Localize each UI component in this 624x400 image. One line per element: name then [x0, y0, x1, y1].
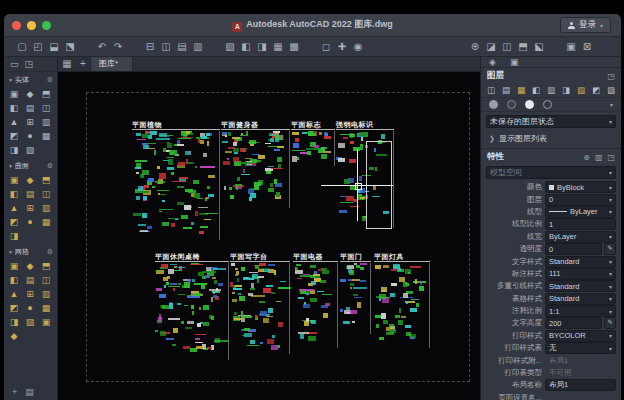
selection-type-dropdown[interactable]: 模型空间 ▾	[486, 166, 616, 179]
palette-tool-icon[interactable]: ▦	[38, 129, 54, 143]
palette-tool-icon[interactable]: ⊞	[22, 287, 38, 301]
palette-tool-icon[interactable]: ◨	[6, 143, 22, 157]
pan-hand-icon[interactable]: ✚	[334, 38, 350, 56]
palette-tool-icon[interactable]: ⬒	[38, 87, 54, 101]
rename-icon[interactable]: ⊠	[579, 38, 595, 56]
palette-tool-icon[interactable]: ⬒	[38, 259, 54, 273]
edit-value-button[interactable]: ✎	[604, 243, 616, 255]
add-palette-icon[interactable]: +	[12, 387, 17, 397]
layer-tool-icon[interactable]: ▤	[502, 85, 510, 95]
redo-icon[interactable]: ↷	[110, 38, 126, 56]
layer-state-dropdown[interactable]: 未保存的图层状态 ▾	[486, 115, 616, 128]
copy-clip-icon[interactable]: ◪	[483, 38, 499, 56]
palette-tool-icon[interactable]: ◨	[6, 229, 22, 243]
quick-select-icon[interactable]: ▥	[595, 153, 603, 162]
xref-manager-icon[interactable]: ▦	[270, 38, 286, 56]
layer-tool-icon[interactable]: ◨	[562, 85, 570, 95]
zoom-window-icon[interactable]: ◻	[318, 38, 334, 56]
palette-section-header[interactable]: ▼实体⚙	[4, 72, 57, 86]
property-value-dropdown[interactable]: Standard▾	[545, 256, 616, 268]
create-block-icon[interactable]: ◨	[254, 38, 270, 56]
gear-icon[interactable]: ⚙	[47, 248, 53, 256]
expand-layers-panel-icon[interactable]: ◳	[607, 72, 615, 81]
save-as-icon[interactable]: ⬔	[62, 38, 78, 56]
property-value-dropdown[interactable]: 111▾	[545, 268, 616, 280]
palette-tool-icon[interactable]: ▣	[38, 315, 54, 329]
minimize-window-button[interactable]	[27, 21, 36, 30]
layer-on-indicator[interactable]	[489, 100, 498, 109]
property-value-dropdown[interactable]: Standard▾	[545, 280, 616, 292]
gear-icon[interactable]: ⚙	[47, 162, 53, 170]
block-group[interactable]: 平面写字台	[230, 252, 290, 354]
property-value-dropdown[interactable]: ByBlock▾	[545, 181, 616, 193]
units-icon[interactable]: ▣	[563, 38, 579, 56]
login-button[interactable]: 登录 ▾	[560, 17, 611, 33]
open-folder-icon[interactable]: ◰	[30, 38, 46, 56]
palette-section-header[interactable]: ▼曲面⚙	[4, 158, 57, 172]
match-properties-icon[interactable]: ⬒	[515, 38, 531, 56]
block-group[interactable]: 平面健身器	[221, 120, 290, 208]
palette-list-icon[interactable]: ▤	[25, 387, 34, 397]
palette-tool-icon[interactable]: ▤	[22, 101, 38, 115]
chevron-down-icon[interactable]: ▾	[610, 101, 613, 108]
layer-tool-icon[interactable]: ◫	[487, 85, 495, 95]
palette-tool-icon[interactable]: ◆	[22, 87, 38, 101]
layer-tool-icon[interactable]: ▥	[547, 85, 555, 95]
print-preview-icon[interactable]: ◫	[158, 38, 174, 56]
palette-tool-icon[interactable]: ▲	[6, 115, 22, 129]
palette-tool-icon[interactable]: ◆	[22, 173, 38, 187]
palette-tool-icon[interactable]: ●	[22, 215, 38, 229]
palette-tool-icon[interactable]: ▣	[6, 173, 22, 187]
expand-panel-icon[interactable]: ◳	[607, 153, 615, 162]
palette-tool-icon[interactable]: ▣	[6, 259, 22, 273]
layer-lock-indicator[interactable]	[543, 100, 552, 109]
new-drawing-tab-button[interactable]: +	[76, 55, 90, 73]
palette-tool-icon[interactable]: ▤	[22, 187, 38, 201]
palette-tool-icon[interactable]: ●	[22, 129, 38, 143]
gear-icon[interactable]: ⚙	[47, 76, 53, 84]
orbit-icon[interactable]: ◉	[350, 38, 366, 56]
palette-tool-icon[interactable]: ⊞	[22, 201, 38, 215]
layer-tool-icon[interactable]: ▦	[517, 85, 525, 95]
property-value-dropdown[interactable]: 无▾	[545, 342, 616, 354]
palette-tool-icon[interactable]: ◧	[6, 101, 22, 115]
palette-tool-icon[interactable]: ◧	[6, 273, 22, 287]
palette-tool-icon[interactable]: ▲	[6, 287, 22, 301]
save-icon[interactable]: ⬓	[46, 38, 62, 56]
palette-tool-icon[interactable]: ◆	[6, 329, 22, 343]
start-tab-grid-icon[interactable]: ▦	[58, 55, 76, 73]
layer-tool-icon[interactable]: ◩	[592, 85, 600, 95]
layer-tool-icon[interactable]: ◧	[532, 85, 540, 95]
attach-reference-icon[interactable]: ▧	[222, 38, 238, 56]
insert-block-icon[interactable]: ◧	[238, 38, 254, 56]
palette-tool-icon[interactable]: ◨	[6, 315, 22, 329]
show-layer-list-toggle[interactable]: ❯ 显示图层列表	[481, 131, 621, 149]
palette-tool-icon[interactable]: ▥	[38, 287, 54, 301]
page-setup-icon[interactable]: ▥	[190, 38, 206, 56]
palette-tool-icon[interactable]: ◆	[22, 259, 38, 273]
undo-icon[interactable]: ↶	[94, 38, 110, 56]
paste-panel-icon[interactable]: ▣	[510, 57, 519, 67]
property-value-dropdown[interactable]: BYCOLOR▾	[545, 330, 616, 342]
palette-section-header[interactable]: ▼网格⚙	[4, 244, 57, 258]
palette-tool-icon[interactable]: ◧	[6, 187, 22, 201]
block-group[interactable]: 强弱电标识	[336, 120, 394, 228]
layer-current-indicator[interactable]	[525, 100, 534, 109]
palette-tool-icon[interactable]: ◩	[6, 215, 22, 229]
sheet-set-icon[interactable]: ▩	[286, 38, 302, 56]
pickadd-toggle-icon[interactable]: ⊕	[583, 153, 590, 162]
print-icon[interactable]: ⊟	[142, 38, 158, 56]
palette-tool-icon[interactable]: ▥	[38, 115, 54, 129]
palette-tool-icon[interactable]: ⬒	[38, 173, 54, 187]
purge-icon[interactable]: ⬕	[531, 38, 547, 56]
palette-tool-icon[interactable]: ▦	[38, 301, 54, 315]
palette-tool-icon[interactable]: ◩	[6, 129, 22, 143]
palette-tool-icon[interactable]: ▤	[22, 273, 38, 287]
paste-clip-icon[interactable]: ◫	[499, 38, 515, 56]
zoom-window-button[interactable]	[42, 21, 51, 30]
measure-icon[interactable]: ⊕	[467, 38, 483, 56]
property-value-field[interactable]: 200	[545, 317, 602, 329]
edit-value-button[interactable]: ✎	[604, 317, 616, 329]
block-group[interactable]: 平面休闲桌椅	[155, 252, 229, 360]
layer-tool-icon[interactable]: ▧	[577, 85, 585, 95]
